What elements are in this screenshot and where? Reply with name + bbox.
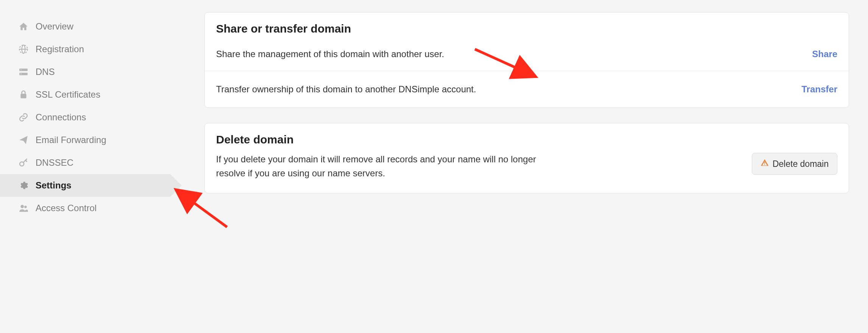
- delete-domain-card: Delete domain If you delete your domain …: [204, 123, 849, 193]
- users-icon: [18, 203, 29, 213]
- lock-icon: [18, 89, 29, 100]
- svg-rect-11: [764, 162, 765, 164]
- gear-icon: [18, 180, 29, 191]
- sidebar-item-label: SSL Certificates: [36, 89, 100, 100]
- delete-row: If you delete your domain it will remove…: [205, 149, 849, 193]
- main-content: Share or transfer domain Share the manag…: [170, 0, 868, 333]
- transfer-description: Transfer ownership of this domain to ano…: [216, 82, 476, 96]
- sidebar-item-label: Overview: [36, 21, 73, 32]
- sidebar-item-registration[interactable]: Registration: [0, 38, 170, 61]
- share-description: Share the management of this domain with…: [216, 47, 444, 61]
- paper-plane-icon: [18, 135, 29, 145]
- delete-domain-button[interactable]: Delete domain: [752, 153, 837, 175]
- sidebar-item-label: DNSSEC: [36, 157, 73, 168]
- svg-point-5: [20, 70, 21, 70]
- svg-point-6: [20, 73, 21, 74]
- key-icon: [18, 157, 29, 168]
- sidebar-item-overview[interactable]: Overview: [0, 15, 170, 38]
- sidebar-item-access[interactable]: Access Control: [0, 197, 170, 219]
- svg-rect-7: [20, 94, 26, 98]
- svg-rect-12: [764, 164, 765, 165]
- card-title: Delete domain: [216, 133, 837, 146]
- sidebar-item-dnssec[interactable]: DNSSEC: [0, 151, 170, 174]
- sidebar-item-label: Settings: [36, 180, 72, 191]
- server-icon: [18, 67, 29, 77]
- link-icon: [18, 112, 29, 123]
- delete-button-label: Delete domain: [773, 159, 829, 169]
- share-transfer-card: Share or transfer domain Share the manag…: [204, 12, 849, 108]
- svg-point-9: [20, 205, 24, 208]
- sidebar-item-dns[interactable]: DNS: [0, 61, 170, 83]
- globe-icon: [18, 44, 29, 54]
- share-row: Share the management of this domain with…: [205, 39, 849, 71]
- share-link[interactable]: Share: [812, 49, 837, 59]
- warning-icon: [761, 159, 769, 169]
- sidebar-item-label: DNS: [36, 67, 55, 77]
- sidebar-item-label: Registration: [36, 44, 84, 54]
- sidebar-item-ssl[interactable]: SSL Certificates: [0, 83, 170, 106]
- sidebar-item-label: Connections: [36, 112, 86, 123]
- sidebar-item-label: Email Forwarding: [36, 135, 106, 145]
- sidebar-item-label: Access Control: [36, 203, 96, 213]
- card-header: Share or transfer domain: [205, 12, 849, 39]
- sidebar-nav: Overview Registration DNS SSL Certificat…: [0, 0, 170, 333]
- card-header: Delete domain: [205, 123, 849, 149]
- sidebar-item-email[interactable]: Email Forwarding: [0, 129, 170, 151]
- sidebar-item-connections[interactable]: Connections: [0, 106, 170, 129]
- sidebar-item-settings[interactable]: Settings: [0, 174, 170, 197]
- transfer-link[interactable]: Transfer: [801, 84, 837, 95]
- transfer-row: Transfer ownership of this domain to ano…: [205, 71, 849, 107]
- svg-point-10: [24, 206, 27, 209]
- card-title: Share or transfer domain: [216, 22, 837, 35]
- home-icon: [18, 21, 29, 32]
- delete-description: If you delete your domain it will remove…: [216, 152, 564, 180]
